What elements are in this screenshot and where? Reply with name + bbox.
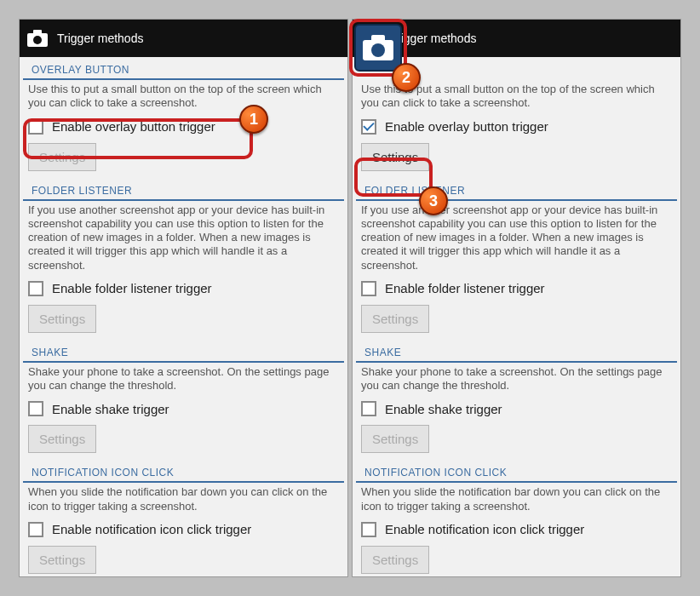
folder-check-row[interactable]: Enable folder listener trigger [20, 274, 347, 303]
notif-settings-button[interactable]: Settings [361, 546, 429, 574]
notif-section-header: NOTIFICATION ICON CLICK [23, 460, 344, 483]
shake-checkbox-label: Enable shake trigger [52, 402, 169, 416]
shake-section-header: SHAKE [356, 340, 677, 363]
svg-rect-1 [33, 30, 42, 34]
folder-checkbox-label: Enable folder listener trigger [52, 281, 212, 295]
overlay-checkbox-label: Enable overlay button trigger [385, 119, 548, 134]
svg-point-5 [366, 36, 375, 44]
shake-check-row[interactable]: Enable shake trigger [20, 394, 347, 423]
shake-checkbox[interactable] [28, 401, 43, 416]
shake-section-desc: Shake your phone to take a screenshot. O… [353, 363, 680, 395]
folder-checkbox[interactable] [361, 281, 376, 296]
folder-section-desc: If you use another screenshot app or you… [353, 201, 680, 274]
shake-check-row[interactable]: Enable shake trigger [353, 394, 680, 423]
notif-checkbox[interactable] [28, 522, 43, 537]
notif-checkbox[interactable] [361, 522, 376, 537]
page-title: Trigger methods [390, 32, 476, 45]
notif-check-row[interactable]: Enable notification icon click trigger [353, 515, 680, 544]
notif-check-row[interactable]: Enable notification icon click trigger [20, 515, 347, 544]
overlay-section-header: OVERLAY BUTTON [23, 57, 344, 80]
shake-checkbox[interactable] [361, 401, 376, 416]
svg-rect-4 [366, 30, 375, 34]
left-content: OVERLAY BUTTON Use this to put a small b… [20, 57, 347, 576]
right-panel: Trigger methods OVERLAY BUTTON Use this … [352, 19, 681, 577]
overlay-section-desc: Use this to put a small button on the to… [20, 80, 347, 112]
app-header: Trigger methods [353, 20, 680, 57]
overlay-settings-button[interactable]: Settings [28, 143, 96, 171]
folder-checkbox-label: Enable folder listener trigger [385, 281, 545, 295]
overlay-checkbox-label: Enable overlay button trigger [52, 119, 215, 134]
folder-settings-button[interactable]: Settings [361, 305, 429, 333]
notif-checkbox-label: Enable notification icon click trigger [52, 522, 251, 536]
folder-settings-button[interactable]: Settings [28, 305, 96, 333]
right-content: OVERLAY BUTTON Use this to put a small b… [353, 57, 680, 576]
overlay-checkbox[interactable] [361, 119, 376, 135]
overlay-check-row[interactable]: Enable overlay button trigger [20, 112, 347, 141]
overlay-settings-button[interactable]: Settings [361, 143, 429, 171]
notif-section-desc: When you slide the notification bar down… [353, 483, 680, 515]
folder-section-desc: If you use another screenshot app or you… [20, 201, 347, 274]
camera-icon [26, 29, 49, 48]
folder-section-header: FOLDER LISTENER [23, 178, 344, 201]
notif-section-desc: When you slide the notification bar down… [20, 483, 347, 515]
overlay-checkbox[interactable] [28, 119, 43, 135]
overlay-check-row[interactable]: Enable overlay button trigger [353, 112, 680, 141]
camera-icon [359, 29, 382, 48]
shake-settings-button[interactable]: Settings [361, 425, 429, 453]
notif-settings-button[interactable]: Settings [28, 546, 96, 574]
folder-check-row[interactable]: Enable folder listener trigger [353, 274, 680, 303]
shake-checkbox-label: Enable shake trigger [385, 402, 502, 416]
page-title: Trigger methods [57, 32, 143, 45]
folder-section-header: FOLDER LISTENER [356, 178, 677, 201]
notif-section-header: NOTIFICATION ICON CLICK [356, 460, 677, 483]
overlay-section-desc: Use this to put a small button on the to… [353, 80, 680, 112]
shake-section-header: SHAKE [23, 340, 344, 363]
notif-checkbox-label: Enable notification icon click trigger [385, 522, 584, 536]
svg-point-2 [33, 36, 42, 44]
left-panel: Trigger methods OVERLAY BUTTON Use this … [19, 19, 348, 577]
app-header: Trigger methods [20, 20, 347, 57]
shake-settings-button[interactable]: Settings [28, 425, 96, 453]
shake-section-desc: Shake your phone to take a screenshot. O… [20, 363, 347, 395]
folder-checkbox[interactable] [28, 281, 43, 296]
